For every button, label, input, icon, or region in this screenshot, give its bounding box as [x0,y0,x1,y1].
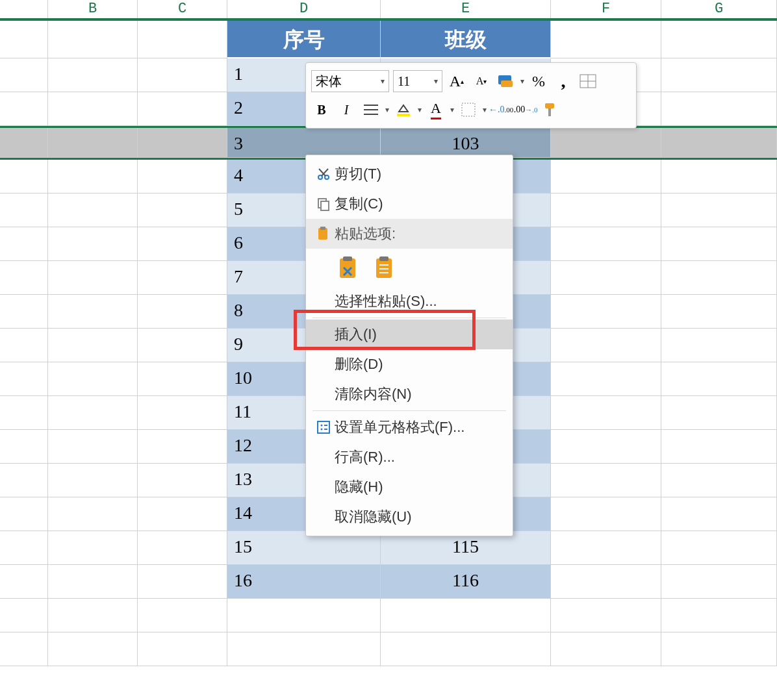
menu-row-height[interactable]: 行高(R)... [306,442,513,472]
cell-F[interactable] [551,362,661,396]
cell-F[interactable] [551,261,661,295]
cell-A[interactable] [0,531,48,565]
italic-icon[interactable]: I [336,99,357,120]
column-header-C[interactable]: C [138,0,227,18]
cell-A[interactable] [0,128,48,158]
cell-F[interactable] [551,128,661,158]
cell-B[interactable] [48,565,138,599]
paste-values-button[interactable] [371,253,398,282]
cell[interactable] [0,21,48,58]
cell-A[interactable] [0,295,48,329]
menu-format-cells[interactable]: 设置单元格格式(F)... [306,412,513,442]
cell-B[interactable] [48,295,138,329]
cell-B[interactable] [48,362,138,396]
cell-C[interactable] [138,329,227,362]
cell-B[interactable] [48,160,138,194]
column-header-E[interactable]: E [381,0,551,18]
cell-B[interactable] [48,464,138,497]
fill-color-icon[interactable] [393,99,414,120]
menu-unhide[interactable]: 取消隐藏(U) [306,502,513,532]
cell-A[interactable] [0,430,48,464]
cell-G[interactable] [661,160,777,194]
menu-copy[interactable]: 复制(C) [306,189,513,219]
cell-F[interactable] [551,160,661,194]
cell-C[interactable] [138,227,227,261]
cell-A[interactable] [0,261,48,295]
decrease-font-icon[interactable]: A▾ [471,71,492,92]
cell-F[interactable] [551,497,661,531]
cell-C[interactable] [138,362,227,396]
cell-D[interactable]: 16 [227,565,381,599]
font-size-select[interactable]: 11 ▾ [393,70,442,92]
cell[interactable] [138,21,227,58]
cell-G[interactable] [661,194,777,227]
cell-F[interactable] [551,396,661,430]
column-header-B[interactable]: B [48,0,138,18]
cell-C[interactable] [138,396,227,430]
comma-icon[interactable]: , [553,71,574,92]
cell-G[interactable] [661,464,777,497]
borders-icon[interactable] [458,99,479,120]
cell[interactable] [661,21,777,58]
cell-A[interactable] [0,92,48,126]
cell-C[interactable] [138,58,227,92]
menu-cut[interactable]: 剪切(T) [306,159,513,189]
increase-font-icon[interactable]: A▴ [446,71,467,92]
cell-G[interactable] [661,261,777,295]
cell-B[interactable] [48,396,138,430]
cell-C[interactable] [138,160,227,194]
cell-F[interactable] [551,194,661,227]
cell-F[interactable] [551,329,661,362]
cell-D[interactable]: 3 [227,128,381,158]
cell-B[interactable] [48,58,138,92]
chevron-down-icon[interactable]: ▾ [385,105,389,115]
cell-G[interactable] [661,92,777,126]
cell-G[interactable] [661,396,777,430]
cell-G[interactable] [661,497,777,531]
menu-paste-special[interactable]: 选择性粘贴(S)... [306,286,513,316]
cell-C[interactable] [138,261,227,295]
cell-G[interactable] [661,227,777,261]
cell-G[interactable] [661,531,777,565]
menu-clear-contents[interactable]: 清除内容(N) [306,379,513,409]
cell-B[interactable] [48,430,138,464]
header-d[interactable]: 序号 [227,21,381,58]
cell-A[interactable] [0,464,48,497]
cell-F[interactable] [551,295,661,329]
cell-C[interactable] [138,92,227,126]
cell-C[interactable] [138,497,227,531]
cell-C[interactable] [138,531,227,565]
cell-A[interactable] [0,497,48,531]
cell-A[interactable] [0,396,48,430]
increase-decimal-icon[interactable]: ←.0.00 [490,99,511,120]
format-painter-icon[interactable] [540,99,561,120]
cell-A[interactable] [0,227,48,261]
cell[interactable] [48,21,138,58]
cell-A[interactable] [0,362,48,396]
cell-C[interactable] [138,128,227,158]
cell-E[interactable]: 103 [381,128,551,158]
percent-icon[interactable]: % [528,71,549,92]
cell-F[interactable] [551,430,661,464]
cell-F[interactable] [551,531,661,565]
merge-cells-icon[interactable] [578,71,598,92]
cell-A[interactable] [0,58,48,92]
cell-B[interactable] [48,497,138,531]
cell-A[interactable] [0,160,48,194]
cell-G[interactable] [661,362,777,396]
cell-B[interactable] [48,128,138,158]
font-name-select[interactable]: 宋体 ▾ [311,70,389,92]
header-e[interactable]: 班级 [381,21,551,58]
paste-default-button[interactable] [335,253,362,282]
align-icon[interactable] [361,99,381,120]
cell-C[interactable] [138,565,227,599]
cell-B[interactable] [48,227,138,261]
cell-B[interactable] [48,194,138,227]
cell-F[interactable] [551,464,661,497]
column-header-gutter[interactable] [0,0,48,18]
chevron-down-icon[interactable]: ▾ [483,105,487,115]
cell-C[interactable] [138,430,227,464]
font-color-icon[interactable]: A [426,99,446,120]
chevron-down-icon[interactable]: ▾ [520,77,524,86]
cell-F[interactable] [551,565,661,599]
